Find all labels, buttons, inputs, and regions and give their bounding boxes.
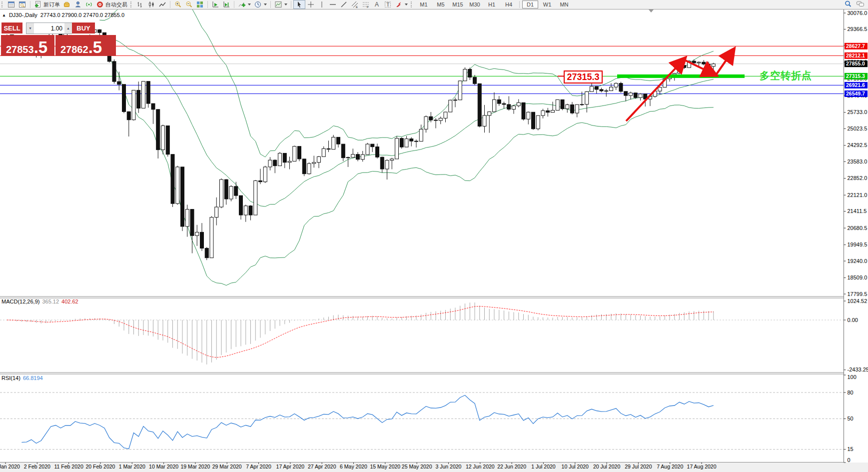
timeframe-button-M5[interactable]: M5 bbox=[433, 0, 449, 8]
support-highlight-bar[interactable] bbox=[617, 74, 745, 78]
horizontal-line-tool-icon[interactable] bbox=[327, 0, 338, 8]
time-axis-label: 2 Feb 2020 bbox=[24, 464, 50, 470]
candle-body bbox=[619, 84, 623, 92]
candle-body bbox=[541, 110, 545, 116]
candle-body bbox=[161, 126, 165, 150]
tile-windows-icon[interactable] bbox=[194, 0, 205, 8]
collapse-marker-icon[interactable]: ▲ bbox=[2, 13, 6, 18]
chevron-down-icon bbox=[405, 4, 408, 6]
auto-scroll-icon[interactable] bbox=[210, 0, 221, 8]
price-level-label[interactable]: 27315.3 bbox=[564, 70, 603, 84]
time-axis[interactable]: 23 Jan 20202 Feb 202011 Feb 202020 Feb 2… bbox=[0, 462, 717, 470]
line-chart-mode-icon[interactable] bbox=[157, 0, 168, 8]
svg-text:E: E bbox=[356, 6, 358, 8]
trendline-tool-icon[interactable] bbox=[338, 0, 349, 8]
price-axis-tick-label: 25023.5 bbox=[848, 126, 868, 132]
volume-decrease-button[interactable]: ▼ bbox=[26, 23, 34, 34]
timeframe-button-M30[interactable]: M30 bbox=[467, 0, 483, 8]
data-window-icon[interactable] bbox=[17, 0, 28, 8]
timeframe-button-W1[interactable]: W1 bbox=[539, 0, 555, 8]
time-axis-label: 17 Apr 2020 bbox=[276, 464, 305, 470]
candle-body bbox=[405, 139, 408, 147]
toolbar-drag-handle[interactable] bbox=[1, 2, 4, 8]
market-watch-icon[interactable] bbox=[6, 0, 17, 8]
candle-body bbox=[332, 137, 335, 149]
candle-body bbox=[512, 106, 516, 110]
depth-of-market-icon[interactable] bbox=[61, 0, 72, 8]
templates-menu-button[interactable] bbox=[273, 0, 289, 8]
fibonacci-tool-icon[interactable]: F bbox=[360, 0, 371, 8]
candle-body bbox=[527, 112, 530, 119]
candle-body bbox=[200, 232, 204, 248]
indicators-menu-button[interactable] bbox=[236, 0, 252, 8]
price-chart[interactable]: 30076.029366.528657.027926.027195.026464… bbox=[0, 0, 868, 472]
candle-body bbox=[575, 104, 579, 113]
toolbar-drag-handle[interactable] bbox=[130, 2, 133, 8]
cursor-tool-icon[interactable] bbox=[293, 0, 305, 9]
rsi-axis-label: 80 bbox=[848, 390, 854, 396]
auto-trading-button[interactable]: 自动交易 bbox=[94, 0, 129, 8]
toolbar-drag-handle[interactable] bbox=[411, 2, 413, 8]
timeframe-button-H4[interactable]: H4 bbox=[501, 0, 517, 8]
candle-body bbox=[205, 248, 208, 258]
timeframe-button-M1[interactable]: M1 bbox=[416, 0, 432, 8]
volume-increase-button[interactable]: ▲ bbox=[64, 23, 72, 34]
zoom-out-icon[interactable] bbox=[183, 0, 194, 8]
periods-menu-button[interactable] bbox=[252, 0, 268, 8]
text-label-tool-icon[interactable]: T bbox=[382, 0, 393, 8]
auto-trading-label: 自动交易 bbox=[105, 1, 127, 8]
candle-body bbox=[517, 102, 520, 106]
candle-body bbox=[371, 144, 374, 146]
candlestick-mode-icon[interactable] bbox=[146, 0, 157, 8]
candle-body bbox=[614, 84, 618, 88]
timeframe-button-D1[interactable]: D1 bbox=[522, 0, 538, 8]
equidistant-channel-tool-icon[interactable]: E bbox=[349, 0, 360, 8]
bar-chart-mode-icon[interactable] bbox=[135, 0, 146, 8]
candle-body bbox=[151, 104, 155, 110]
candle-body bbox=[595, 86, 598, 90]
candle-body bbox=[439, 118, 442, 120]
candle-body bbox=[229, 186, 233, 199]
candle-body bbox=[600, 90, 603, 91]
signals-icon[interactable] bbox=[83, 0, 94, 8]
candle-body bbox=[634, 93, 637, 98]
account-icon[interactable] bbox=[72, 0, 83, 8]
candle-body bbox=[293, 146, 296, 162]
chevron-down-icon bbox=[264, 4, 267, 6]
sell-button[interactable]: SELL bbox=[1, 22, 22, 34]
timeframe-button-MN[interactable]: MN bbox=[556, 0, 572, 8]
time-axis-label: 20 Feb 2020 bbox=[85, 464, 115, 470]
candle-body bbox=[390, 159, 394, 160]
buy-price-display[interactable]: 27862 .5 bbox=[55, 35, 116, 56]
chart-shift-icon[interactable] bbox=[221, 0, 232, 8]
candle-body bbox=[171, 154, 174, 204]
candle-body bbox=[249, 206, 252, 215]
candle-body bbox=[341, 144, 345, 158]
annotation-note-text[interactable]: 多空转折点 bbox=[760, 69, 812, 82]
zoom-in-icon[interactable] bbox=[172, 0, 183, 8]
candle-body bbox=[278, 153, 282, 166]
svg-text:T: T bbox=[386, 2, 390, 8]
candle-body bbox=[444, 112, 447, 118]
candle-body bbox=[658, 88, 662, 92]
price-tag-label: 26549.7 bbox=[846, 90, 865, 96]
candle-body bbox=[532, 112, 535, 128]
time-axis-label: 15 May 2020 bbox=[370, 464, 400, 470]
text-tool-icon[interactable]: A bbox=[371, 0, 382, 8]
chat-icon[interactable] bbox=[856, 0, 865, 9]
timeframe-button-M15[interactable]: M15 bbox=[450, 0, 466, 8]
crosshair-tool-icon[interactable] bbox=[305, 0, 316, 8]
sell-price-display[interactable]: 27853 .5 bbox=[1, 35, 54, 56]
volume-input[interactable] bbox=[34, 23, 64, 34]
time-axis-label: 12 Jun 2020 bbox=[466, 464, 495, 470]
timeframe-button-H1[interactable]: H1 bbox=[484, 0, 500, 8]
new-order-button[interactable]: 新订单 bbox=[32, 0, 61, 8]
candle-body bbox=[522, 102, 525, 119]
buy-button[interactable]: BUY bbox=[72, 22, 95, 34]
arrows-tool-button[interactable] bbox=[393, 0, 409, 8]
candle-body bbox=[468, 69, 472, 77]
search-icon[interactable] bbox=[844, 0, 852, 9]
vertical-line-tool-icon[interactable] bbox=[316, 0, 327, 8]
macd-indicator-label: MACD(12,26,9)365.12402.62 bbox=[1, 298, 78, 304]
time-axis-label: 27 Apr 2020 bbox=[308, 464, 336, 470]
